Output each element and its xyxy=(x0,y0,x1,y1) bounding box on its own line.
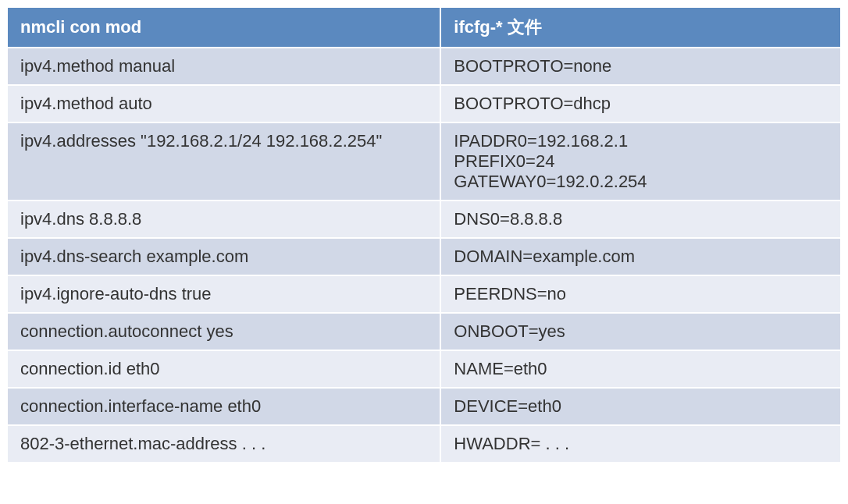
cell-col2: IPADDR0=192.168.2.1 PREFIX0=24 GATEWAY0=… xyxy=(440,122,841,201)
table-row: ipv4.addresses "192.168.2.1/24 192.168.2… xyxy=(7,122,841,201)
table-row: connection.autoconnect yes ONBOOT=yes xyxy=(7,313,841,350)
table-row: ipv4.method auto BOOTPROTO=dhcp xyxy=(7,85,841,122)
table-row: ipv4.method manual BOOTPROTO=none xyxy=(7,48,841,85)
header-col1: nmcli con mod xyxy=(7,7,440,48)
table-row: ipv4.dns 8.8.8.8 DNS0=8.8.8.8 xyxy=(7,201,841,238)
cell-col1: ipv4.method auto xyxy=(7,85,440,122)
cell-col2: DNS0=8.8.8.8 xyxy=(440,201,841,238)
nmcli-ifcfg-mapping-table: nmcli con mod ifcfg-* 文件 ipv4.method man… xyxy=(6,6,842,463)
cell-col1: ipv4.ignore-auto-dns true xyxy=(7,275,440,313)
cell-col2: DOMAIN=example.com xyxy=(440,238,841,275)
cell-col2: BOOTPROTO=dhcp xyxy=(440,85,841,122)
cell-col1: connection.id eth0 xyxy=(7,350,440,388)
table-row: ipv4.dns-search example.com DOMAIN=examp… xyxy=(7,238,841,275)
table-row: ipv4.ignore-auto-dns true PEERDNS=no xyxy=(7,275,841,313)
cell-col1: connection.interface-name eth0 xyxy=(7,388,440,425)
cell-col1: ipv4.dns-search example.com xyxy=(7,238,440,275)
cell-col1: 802-3-ethernet.mac-address . . . xyxy=(7,425,440,463)
cell-col2: HWADDR= . . . xyxy=(440,425,841,463)
table-row: connection.id eth0 NAME=eth0 xyxy=(7,350,841,388)
cell-col1: ipv4.dns 8.8.8.8 xyxy=(7,201,440,238)
cell-col2: NAME=eth0 xyxy=(440,350,841,388)
table-row: connection.interface-name eth0 DEVICE=et… xyxy=(7,388,841,425)
cell-col1: ipv4.addresses "192.168.2.1/24 192.168.2… xyxy=(7,122,440,201)
cell-col2: BOOTPROTO=none xyxy=(440,48,841,85)
table-row: 802-3-ethernet.mac-address . . . HWADDR=… xyxy=(7,425,841,463)
cell-col1: ipv4.method manual xyxy=(7,48,440,85)
cell-col2: ONBOOT=yes xyxy=(440,313,841,350)
cell-col2: PEERDNS=no xyxy=(440,275,841,313)
table-header-row: nmcli con mod ifcfg-* 文件 xyxy=(7,7,841,48)
cell-col1: connection.autoconnect yes xyxy=(7,313,440,350)
header-col2: ifcfg-* 文件 xyxy=(440,7,841,48)
cell-col2: DEVICE=eth0 xyxy=(440,388,841,425)
